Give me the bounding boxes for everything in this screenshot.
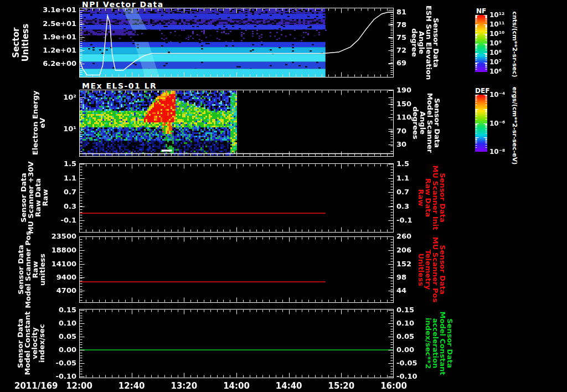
tick-label: 0.7 bbox=[396, 188, 409, 197]
tick-label: 0.05 bbox=[396, 332, 414, 341]
axis-label-line: degrees bbox=[412, 93, 419, 153]
model-velocity-plot-canvas bbox=[79, 309, 394, 378]
time-tick-label: 16:00 bbox=[380, 381, 407, 391]
tick-label: 2.5e+01 bbox=[43, 19, 76, 28]
nf-colorbar bbox=[475, 15, 487, 72]
time-tick-label: 13:20 bbox=[171, 381, 197, 391]
tick-label: 0.15 bbox=[59, 306, 76, 314]
tick-label: 0.00 bbox=[396, 345, 414, 354]
els-spectrogram-canvas bbox=[79, 90, 394, 157]
panel4-ylabel: Sensor DataModel Scanner PosRawunitless bbox=[17, 231, 46, 308]
axis-label-line: degree bbox=[411, 6, 418, 80]
tick-label: 44 bbox=[396, 286, 406, 295]
tick-label: -0.10 bbox=[396, 372, 417, 381]
axis-label-line: index/sec**2 bbox=[425, 312, 432, 375]
tick-label: 0.10 bbox=[396, 319, 414, 328]
date-label: 2011/169 bbox=[14, 381, 58, 391]
tick-label: 0.00 bbox=[59, 345, 76, 354]
tick-label: 150 bbox=[396, 100, 411, 109]
time-tick-label: 14:00 bbox=[223, 381, 250, 391]
def-colorbar bbox=[475, 95, 487, 152]
panel5-y2label: Sensor DataModel Constantaccelerationind… bbox=[425, 312, 453, 375]
time-tick-label: 15:20 bbox=[328, 381, 354, 391]
science-plot-page: NPI Vector Data MEx ELS-01 LR NF DEF cnt… bbox=[0, 0, 567, 392]
axis-label-line: eV bbox=[39, 91, 46, 155]
axis-label-line: Raw bbox=[417, 166, 425, 230]
axis-label-line: Unitless bbox=[417, 237, 425, 302]
tick-label: 6.2e+00 bbox=[43, 59, 76, 68]
tick-label: 23500 bbox=[51, 232, 76, 241]
tick-label: 0.05 bbox=[59, 332, 76, 341]
axis-label-line: Model Scanner bbox=[426, 93, 434, 153]
tick-label: 10⁻⁴ bbox=[489, 90, 505, 99]
tick-label: -0.1 bbox=[396, 216, 412, 225]
def-colorbar-units: ergs/(cm**2-sr-sec-eV) bbox=[511, 87, 518, 165]
time-tick-label: 12:00 bbox=[66, 381, 92, 391]
axis-label-line: Model Constant bbox=[439, 312, 446, 375]
tick-label: 70 bbox=[396, 127, 406, 136]
tick-label: 10² bbox=[63, 93, 76, 102]
time-tick-label: 14:40 bbox=[276, 381, 302, 391]
tick-label: 10⁸ bbox=[489, 48, 502, 57]
tick-label: 78 bbox=[396, 20, 406, 29]
tick-label: 1.5 bbox=[64, 159, 76, 168]
axis-label-line: Unitless bbox=[21, 24, 30, 61]
time-tick-label: 12:40 bbox=[118, 381, 145, 391]
tick-label: 3.1e+01 bbox=[43, 6, 76, 14]
tick-label: 1.5 bbox=[396, 159, 409, 168]
tick-label: 81 bbox=[396, 8, 406, 17]
tick-label: 14100 bbox=[51, 260, 76, 269]
tick-label: 110 bbox=[396, 113, 411, 122]
tick-label: 260 bbox=[396, 232, 411, 241]
axis-label-line: Sensor Data bbox=[432, 6, 440, 80]
tick-label: 1.1 bbox=[396, 174, 409, 183]
tick-label: 18800 bbox=[51, 246, 76, 255]
tick-label: 0.15 bbox=[396, 306, 414, 314]
axis-label-line: index/sec bbox=[38, 312, 45, 375]
panel5-ylabel: Sensor DataModel Constantvelocityindex/s… bbox=[17, 312, 45, 375]
tick-label: 0.3 bbox=[396, 202, 409, 211]
tick-label: 0.7 bbox=[64, 188, 76, 197]
tick-label: -0.1 bbox=[61, 216, 76, 225]
tick-label: 4700 bbox=[56, 286, 76, 295]
tick-label: 10¹⁰ bbox=[489, 29, 504, 38]
panel1-y2label: Sensor DataESH Sun ElevationAngledegree bbox=[411, 6, 440, 80]
tick-label: 75 bbox=[396, 33, 406, 42]
axis-label-line: Sector bbox=[12, 24, 21, 61]
tick-label: 152 bbox=[396, 260, 411, 269]
axis-label-line: Sensor Data bbox=[446, 312, 453, 375]
mu-scanner-raw-plot-canvas bbox=[79, 163, 394, 233]
tick-label: 10¹² bbox=[489, 11, 504, 19]
tick-label: 10¹¹ bbox=[489, 20, 504, 29]
tick-label: 1.1 bbox=[64, 174, 76, 183]
axis-label-line: MU Scanner Pos bbox=[432, 237, 439, 302]
tick-label: 98 bbox=[396, 273, 406, 282]
panel1-ylabel: SectorUnitless bbox=[12, 24, 30, 61]
tick-label: 1.2e+01 bbox=[43, 46, 76, 55]
axis-label-line: Sensor Data bbox=[434, 93, 441, 153]
tick-label: 10¹ bbox=[63, 125, 76, 133]
tick-label: 1.9e+01 bbox=[43, 33, 76, 42]
tick-label: 10⁻⁸ bbox=[489, 147, 505, 156]
def-colorbar-title: DEF bbox=[475, 87, 487, 95]
axis-label-line: Sensor Data bbox=[439, 237, 446, 302]
axis-label-line: Raw bbox=[42, 161, 49, 234]
nf-colorbar-title: NF bbox=[475, 7, 487, 15]
tick-label: 72 bbox=[396, 46, 406, 55]
tick-label: -0.05 bbox=[396, 359, 417, 368]
tick-label: 69 bbox=[396, 59, 406, 68]
panel3-y2label: Sensor DataMU Scanner InitRaw DataRaw bbox=[417, 166, 446, 230]
tick-label: 206 bbox=[396, 246, 411, 255]
axis-label-line: acceleration bbox=[432, 312, 439, 375]
tick-label: 0.3 bbox=[64, 202, 76, 211]
axis-label-line: unitless bbox=[39, 231, 46, 308]
panel4-y2label: Sensor DataMU Scanner PosTelemetryUnitle… bbox=[417, 237, 446, 302]
tick-label: 10⁶ bbox=[489, 67, 502, 76]
scanner-pos-plot-canvas bbox=[79, 236, 394, 303]
tick-label: 10⁹ bbox=[489, 39, 502, 48]
tick-label: 190 bbox=[396, 86, 411, 95]
nf-colorbar-units: cnts/(cm**2-sr-sec) bbox=[511, 11, 518, 77]
axis-label-line: ESH Sun Elevation bbox=[425, 6, 432, 80]
tick-label: 10⁷ bbox=[489, 58, 502, 66]
axis-label-line: MU Scanner Init bbox=[432, 166, 439, 230]
